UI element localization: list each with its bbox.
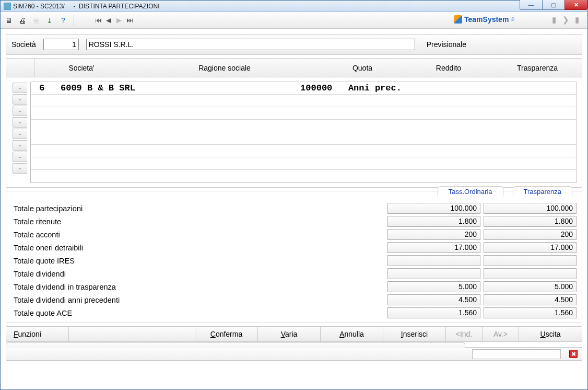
- grid-panel: Societa' Ragione sociale Quota Reddito T…: [6, 58, 582, 188]
- total-label: Totale oneri detraibili: [11, 244, 384, 252]
- help-icon[interactable]: ?: [57, 14, 69, 27]
- total-quote-ace: Totale quote ACE 1.560 1.560: [11, 306, 577, 319]
- table-row[interactable]: [31, 157, 576, 170]
- ind-button: <Ind.: [446, 327, 483, 341]
- total-oneri-detraibili: Totale oneri detraibili 17.000 17.000: [11, 241, 577, 254]
- row-selectors: • • • • • • • •: [6, 79, 30, 187]
- table-row[interactable]: [31, 132, 576, 145]
- total-dividendi-anni-precedenti: Totale dividendi anni precedenti 4.500 4…: [11, 293, 577, 306]
- toolbar-separator: [74, 15, 74, 26]
- total-ritenute: Totale ritenute 1.800 1.800: [11, 215, 577, 228]
- total-value-tra: 5.000: [484, 281, 577, 292]
- print-icon[interactable]: 🖨: [16, 14, 29, 27]
- doc-icon[interactable]: ▮: [549, 14, 559, 26]
- footer-toolbar: Funzioni Conferma Varia Annulla Inserisc…: [6, 326, 582, 342]
- total-label: Totale ritenute: [11, 217, 384, 226]
- col-quota: Quota: [321, 59, 404, 77]
- total-value-ord: 5.000: [387, 281, 480, 292]
- total-quote-ires: Totale quote IRES: [11, 254, 577, 267]
- row-selector[interactable]: •: [13, 152, 27, 162]
- total-value-ord: [387, 255, 480, 266]
- grid-header-spacer: [6, 59, 34, 77]
- row-selector[interactable]: •: [13, 163, 27, 174]
- row-selector[interactable]: •: [13, 106, 27, 116]
- status-field: [472, 349, 561, 359]
- screen-icon[interactable]: 🖥: [3, 14, 15, 27]
- col-societa: Societa': [34, 59, 128, 77]
- col-trasparenza: Trasparenza: [493, 59, 582, 77]
- nav-first-icon[interactable]: ⏮: [93, 15, 103, 26]
- brand-text: TeamSystem: [464, 15, 509, 24]
- total-value-tra: 17.000: [484, 242, 577, 253]
- total-label: Totale dividendi: [11, 270, 384, 278]
- total-value-tra: 100.000: [484, 203, 577, 214]
- total-value-ord: 17.000: [387, 242, 480, 253]
- row-selector[interactable]: •: [13, 129, 27, 139]
- status-close-icon[interactable]: ✖: [569, 350, 578, 358]
- total-value-tra: 1.560: [484, 307, 577, 318]
- societa-code-input[interactable]: [43, 39, 79, 50]
- row-selector[interactable]: •: [13, 83, 27, 93]
- btn-text: unzioni: [18, 330, 41, 338]
- toolbar: 🖥 🖨 ⎘ ⤓ ? ⏮ ◀ ▶ ⏭ TeamSystem® ▮ ❯ ▮: [1, 12, 587, 29]
- app-window: SIM760 - SC2013/ - DISTINTA PARTECIPAZIO…: [0, 0, 588, 390]
- total-label: Totale dividendi in trasparenza: [11, 283, 384, 291]
- total-label: Totale quote IRES: [11, 257, 384, 265]
- grid-header: Societa' Ragione sociale Quota Reddito T…: [6, 59, 582, 77]
- total-value-tra: [484, 268, 577, 279]
- close-button[interactable]: ✕: [565, 0, 587, 10]
- societa-name-input[interactable]: [86, 39, 415, 50]
- total-value-ord: [387, 268, 480, 279]
- total-partecipazioni: Totale partecipazioni 100.000 100.000: [11, 202, 577, 215]
- annulla-button[interactable]: Annulla: [321, 327, 383, 341]
- content-area: Società Previsionale Societa' Ragione so…: [1, 29, 587, 389]
- table-row[interactable]: 6 6009 B & B SRL 100000 Anni prec.: [31, 82, 576, 95]
- funzioni-button[interactable]: Funzioni: [6, 327, 69, 341]
- stack-icon[interactable]: ▮: [572, 14, 582, 26]
- nav-prev-icon[interactable]: ◀: [103, 15, 114, 26]
- row-selector[interactable]: •: [13, 94, 27, 105]
- col-reddito: Reddito: [404, 59, 493, 77]
- grid-rows[interactable]: 6 6009 B & B SRL 100000 Anni prec.: [30, 82, 577, 183]
- total-label: Totale partecipazioni: [11, 204, 384, 213]
- table-row[interactable]: [31, 170, 576, 182]
- status-tab: [6, 342, 465, 348]
- tab-tass-ordinaria[interactable]: Tass.Ordinaria: [438, 186, 503, 197]
- uscita-button[interactable]: Uscita: [519, 327, 582, 341]
- table-row[interactable]: [31, 120, 576, 132]
- previsionale-label: Previsionale: [427, 40, 466, 49]
- footer-spacer: [69, 327, 195, 341]
- total-value-ord: 200: [387, 229, 480, 240]
- total-value-tra: 1.800: [484, 216, 577, 227]
- nav-last-icon[interactable]: ⏭: [124, 15, 135, 26]
- total-acconti: Totale acconti 200 200: [11, 228, 577, 241]
- table-row[interactable]: [31, 107, 576, 120]
- nav-next-icon[interactable]: ▶: [114, 15, 124, 26]
- conferma-button[interactable]: Conferma: [195, 327, 258, 341]
- grid-body: • • • • • • • • 6 6009 B & B SRL 100000 …: [6, 77, 582, 187]
- total-value-tra: 4.500: [484, 294, 577, 305]
- table-row[interactable]: [31, 95, 576, 107]
- row-selector[interactable]: •: [13, 117, 27, 128]
- table-row[interactable]: [31, 145, 576, 157]
- copy-icon[interactable]: ⎘: [30, 14, 42, 27]
- total-dividendi: Totale dividendi: [11, 267, 577, 280]
- total-value-ord: 4.500: [387, 294, 480, 305]
- societa-label: Società: [11, 40, 36, 49]
- total-label: Totale acconti: [11, 231, 384, 239]
- company-panel: Società Previsionale: [6, 34, 582, 55]
- minimize-button[interactable]: —: [520, 0, 543, 10]
- total-label: Totale dividendi anni precedenti: [11, 296, 384, 304]
- forward-icon[interactable]: ❯: [560, 14, 571, 26]
- varia-button[interactable]: Varia: [258, 327, 321, 341]
- av-button: Av.>: [483, 327, 519, 341]
- total-value-ord: 100.000: [387, 203, 480, 214]
- row-selector[interactable]: •: [13, 140, 27, 151]
- total-dividendi-trasparenza: Totale dividendi in trasparenza 5.000 5.…: [11, 280, 577, 293]
- inserisci-button[interactable]: Inserisci: [383, 327, 446, 341]
- tab-trasparenza[interactable]: Trasparenza: [513, 186, 573, 197]
- app-icon: [4, 3, 11, 10]
- export-icon[interactable]: ⤓: [43, 14, 56, 27]
- maximize-button[interactable]: ▢: [542, 0, 565, 10]
- totals-panel: Tass.Ordinaria Trasparenza Totale partec…: [6, 191, 582, 323]
